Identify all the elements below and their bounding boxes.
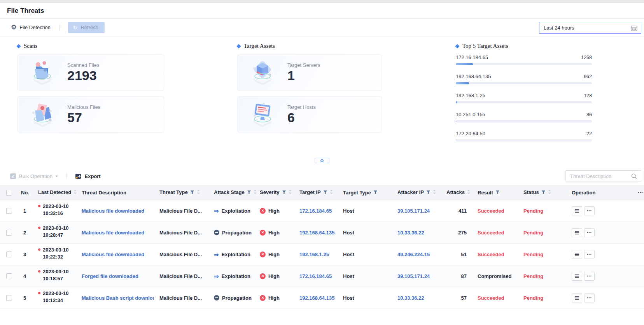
date-range-picker[interactable]: Last 24 hours xyxy=(539,22,641,34)
target-ip-link[interactable]: 172.16.184.65 xyxy=(299,273,332,279)
top-asset-row: 172.16.184.651258 xyxy=(456,54,592,65)
filter-icon[interactable] xyxy=(282,190,286,196)
column-settings-icon[interactable]: ⋯ xyxy=(638,189,643,195)
filter-icon[interactable] xyxy=(541,190,546,196)
collapse-panels-button[interactable] xyxy=(315,158,329,163)
top-assets-panel: Top 5 Target Assets 172.16.184.651258192… xyxy=(456,43,592,158)
scans-title: Scans xyxy=(17,43,164,49)
target-assets-panel: Target Assets Target Servers xyxy=(237,43,382,158)
severity-cell: ✕High xyxy=(260,208,292,214)
filter-icon[interactable] xyxy=(426,190,430,196)
row-details-button[interactable] xyxy=(572,228,582,237)
asset-value: 962 xyxy=(584,74,592,79)
column-header-threat_type: Threat Type xyxy=(154,185,208,200)
threat-description-link[interactable]: Malicious file downloaded xyxy=(82,208,144,214)
sort-icon[interactable] xyxy=(197,189,200,196)
asset-value: 123 xyxy=(584,93,592,98)
attack-stage-cell: Propagation xyxy=(214,295,252,301)
column-header-last_detected: Last Detected xyxy=(33,185,76,200)
attacks-cell: 87 xyxy=(441,265,472,287)
attacker-ip-link[interactable]: 39.105.171.24 xyxy=(397,208,430,214)
file-detection-button[interactable]: ⚙ File Detection xyxy=(11,24,51,31)
row-details-button[interactable] xyxy=(572,250,582,259)
refresh-button[interactable]: ↻ Refresh xyxy=(68,22,105,33)
row-number: 5 xyxy=(16,287,33,309)
diamond-bullet-icon xyxy=(236,44,241,48)
toolbar-divider xyxy=(59,24,60,31)
filter-icon[interactable] xyxy=(323,190,327,196)
table-toolbar-divider xyxy=(66,173,67,179)
severity-high-icon: ✕ xyxy=(260,252,266,257)
severity-cell: ✕High xyxy=(260,295,292,301)
export-button[interactable]: Export xyxy=(75,173,101,179)
sort-icon[interactable] xyxy=(74,189,77,196)
alert-dot-icon xyxy=(38,205,40,207)
sort-icon[interactable] xyxy=(548,189,551,196)
severity-high-icon: ✕ xyxy=(260,273,266,279)
row-checkbox[interactable] xyxy=(6,208,12,214)
threat-description-link[interactable]: Malicious Bash script downloa... xyxy=(82,295,154,301)
row-more-actions-button[interactable]: ... xyxy=(584,272,595,281)
row-more-actions-button[interactable]: ... xyxy=(584,228,595,237)
filter-icon[interactable] xyxy=(373,190,378,196)
filter-icon[interactable] xyxy=(190,190,194,196)
row-checkbox[interactable] xyxy=(6,252,12,257)
bulk-operation-button[interactable]: Bulk Operation ▾ xyxy=(10,173,58,179)
column-header-operation: Operation xyxy=(566,185,632,200)
threat-type-cell: Malicious File D... xyxy=(154,265,208,287)
row-details-button[interactable] xyxy=(572,272,582,281)
sort-icon[interactable] xyxy=(467,189,470,196)
row-details-button[interactable] xyxy=(572,294,582,302)
search-input[interactable] xyxy=(566,173,631,179)
target-type-cell: Host xyxy=(338,287,392,309)
threat-description-link[interactable]: Forged file downloaded xyxy=(82,273,138,279)
target-servers-card: Target Servers 1 xyxy=(237,54,382,91)
row-checkbox[interactable] xyxy=(6,273,12,279)
threat-description-link[interactable]: Malicious file downloaded xyxy=(82,230,144,236)
target-ip-link[interactable]: 172.16.184.65 xyxy=(299,208,332,214)
column-label: Target IP xyxy=(299,190,321,196)
row-number: 4 xyxy=(16,265,33,287)
sort-icon[interactable] xyxy=(433,189,436,196)
search-icon[interactable] xyxy=(631,173,641,180)
sort-icon[interactable] xyxy=(289,189,292,196)
export-label: Export xyxy=(85,173,101,179)
table-row: 22023-03-1010:28:47Malicious file downlo… xyxy=(0,222,644,243)
malicious-files-illustration xyxy=(18,102,67,128)
filter-icon[interactable] xyxy=(495,190,500,196)
target-ip-link[interactable]: 192.168.64.135 xyxy=(299,295,334,301)
alert-dot-icon xyxy=(38,292,40,294)
row-details-button[interactable] xyxy=(572,206,582,215)
scanned-files-value: 2193 xyxy=(67,69,99,83)
column-header-more: ⋯ xyxy=(632,185,644,200)
table-row: 32023-03-1010:22:32Malicious file downlo… xyxy=(0,243,644,265)
sort-icon[interactable] xyxy=(254,189,257,196)
target-ip-link[interactable]: 192.168.1.25 xyxy=(299,252,329,257)
sort-icon[interactable] xyxy=(330,189,333,196)
table-toolbar: Bulk Operation ▾ Export xyxy=(0,167,644,185)
row-checkbox[interactable] xyxy=(6,295,12,301)
scanned-files-label: Scanned Files xyxy=(67,62,99,68)
asset-bar xyxy=(456,63,592,65)
attacker-ip-link[interactable]: 49.246.224.15 xyxy=(397,252,430,257)
row-checkbox[interactable] xyxy=(6,230,12,236)
threat-description-link[interactable]: Malicious file downloaded xyxy=(82,252,144,257)
attacker-ip-link[interactable]: 10.33.36.22 xyxy=(397,295,424,301)
column-header-select xyxy=(0,185,16,200)
target-ip-link[interactable]: 192.168.64.135 xyxy=(299,230,334,236)
row-more-actions-button[interactable]: ... xyxy=(584,206,595,215)
propagation-icon xyxy=(214,295,219,301)
severity-cell: ✕High xyxy=(260,252,292,257)
attacker-ip-link[interactable]: 10.33.36.22 xyxy=(397,230,424,236)
filter-icon[interactable] xyxy=(247,190,251,196)
select-all-checkbox[interactable] xyxy=(6,190,12,196)
result-cell: Succeeded xyxy=(472,287,518,309)
page-title: File Threats xyxy=(7,7,44,15)
attacker-ip-link[interactable]: 39.105.171.24 xyxy=(397,273,430,279)
row-more-actions-button[interactable]: ... xyxy=(584,250,595,259)
row-more-actions-button[interactable]: ... xyxy=(584,294,595,302)
severity-cell: ✕High xyxy=(260,273,292,279)
column-label: Operation xyxy=(572,190,595,196)
column-label: Last Detected xyxy=(38,190,71,196)
attacks-cell: 51 xyxy=(441,243,472,265)
